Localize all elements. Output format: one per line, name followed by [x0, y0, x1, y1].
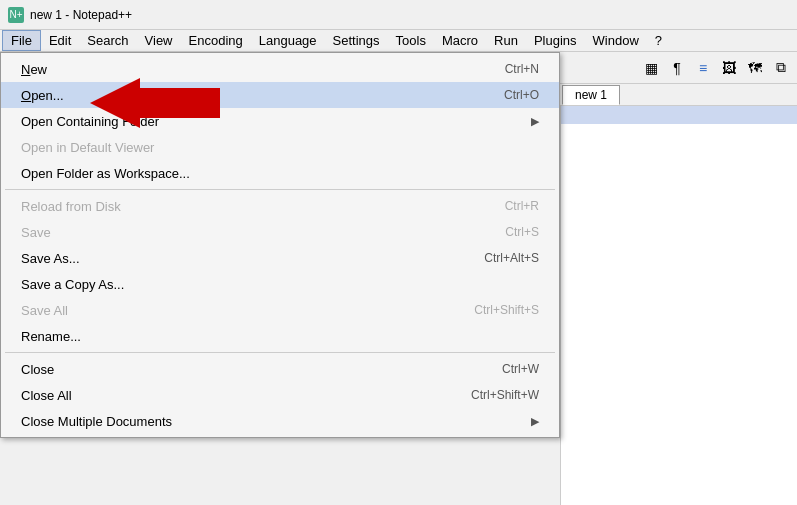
menu-window[interactable]: Window: [585, 30, 647, 51]
menu-help[interactable]: ?: [647, 30, 670, 51]
file-dropdown-menu: New Ctrl+N Open... Ctrl+O Open Containin…: [0, 52, 560, 438]
editor-area[interactable]: [560, 106, 797, 505]
menu-item-save-all: Save All Ctrl+Shift+S: [1, 297, 559, 323]
menu-divider-2: [5, 352, 555, 353]
tab-new1[interactable]: new 1: [562, 85, 620, 105]
toolbar-icon-3[interactable]: ≡: [691, 56, 715, 80]
editor-selection-highlight: [561, 106, 797, 124]
menu-item-open-default: Open in Default Viewer: [1, 134, 559, 160]
menu-item-open[interactable]: Open... Ctrl+O: [1, 82, 559, 108]
menu-item-save-copy-label: Save a Copy As...: [21, 277, 124, 292]
toolbar-icon-5[interactable]: 🗺: [743, 56, 767, 80]
menu-item-save-all-shortcut: Ctrl+Shift+S: [474, 303, 539, 317]
menu-item-rename-label: Rename...: [21, 329, 81, 344]
menu-settings[interactable]: Settings: [325, 30, 388, 51]
menu-item-save-copy[interactable]: Save a Copy As...: [1, 271, 559, 297]
menu-item-close-all-label: Close All: [21, 388, 72, 403]
close-multiple-arrow-icon: ▶: [531, 415, 539, 428]
menu-item-open-containing-label: Open Containing Folder: [21, 114, 159, 129]
open-containing-arrow-icon: ▶: [531, 115, 539, 128]
menu-run[interactable]: Run: [486, 30, 526, 51]
menu-item-open-workspace[interactable]: Open Folder as Workspace...: [1, 160, 559, 186]
menu-file[interactable]: File: [2, 30, 41, 51]
menu-language[interactable]: Language: [251, 30, 325, 51]
menu-view[interactable]: View: [137, 30, 181, 51]
window-title: new 1 - Notepad++: [30, 8, 132, 22]
app-icon: N+: [8, 7, 24, 23]
title-bar: N+ new 1 - Notepad++: [0, 0, 797, 30]
menu-bar: File Edit Search View Encoding Language …: [0, 30, 797, 52]
menu-item-close-all-shortcut: Ctrl+Shift+W: [471, 388, 539, 402]
toolbar-icon-6[interactable]: ⧉: [769, 56, 793, 80]
menu-item-open-label: Open...: [21, 88, 64, 103]
menu-item-close-multiple-label: Close Multiple Documents: [21, 414, 172, 429]
menu-item-save: Save Ctrl+S: [1, 219, 559, 245]
menu-item-save-shortcut: Ctrl+S: [505, 225, 539, 239]
menu-item-rename[interactable]: Rename...: [1, 323, 559, 349]
menu-item-new-shortcut: Ctrl+N: [505, 62, 539, 76]
menu-item-reload-shortcut: Ctrl+R: [505, 199, 539, 213]
menu-item-open-shortcut: Ctrl+O: [504, 88, 539, 102]
menu-item-save-as-shortcut: Ctrl+Alt+S: [484, 251, 539, 265]
toolbar-icon-4[interactable]: 🖼: [717, 56, 741, 80]
menu-tools[interactable]: Tools: [388, 30, 434, 51]
menu-search[interactable]: Search: [79, 30, 136, 51]
menu-item-open-default-label: Open in Default Viewer: [21, 140, 154, 155]
toolbar-icon-2[interactable]: ¶: [665, 56, 689, 80]
toolbar-icon-1[interactable]: ▦: [639, 56, 663, 80]
menu-item-close-label: Close: [21, 362, 54, 377]
menu-plugins[interactable]: Plugins: [526, 30, 585, 51]
menu-item-close[interactable]: Close Ctrl+W: [1, 356, 559, 382]
menu-item-reload: Reload from Disk Ctrl+R: [1, 193, 559, 219]
tab-bar: new 1: [560, 84, 797, 106]
menu-item-save-as[interactable]: Save As... Ctrl+Alt+S: [1, 245, 559, 271]
menu-item-open-containing[interactable]: Open Containing Folder ▶: [1, 108, 559, 134]
menu-item-close-multiple[interactable]: Close Multiple Documents ▶: [1, 408, 559, 434]
menu-encoding[interactable]: Encoding: [181, 30, 251, 51]
menu-macro[interactable]: Macro: [434, 30, 486, 51]
menu-edit[interactable]: Edit: [41, 30, 79, 51]
menu-item-open-workspace-label: Open Folder as Workspace...: [21, 166, 190, 181]
menu-item-new-label: New: [21, 62, 47, 77]
menu-item-close-all[interactable]: Close All Ctrl+Shift+W: [1, 382, 559, 408]
menu-item-reload-label: Reload from Disk: [21, 199, 121, 214]
menu-divider-1: [5, 189, 555, 190]
menu-item-save-label: Save: [21, 225, 51, 240]
menu-item-new[interactable]: New Ctrl+N: [1, 56, 559, 82]
menu-item-close-shortcut: Ctrl+W: [502, 362, 539, 376]
menu-item-save-as-label: Save As...: [21, 251, 80, 266]
menu-item-save-all-label: Save All: [21, 303, 68, 318]
